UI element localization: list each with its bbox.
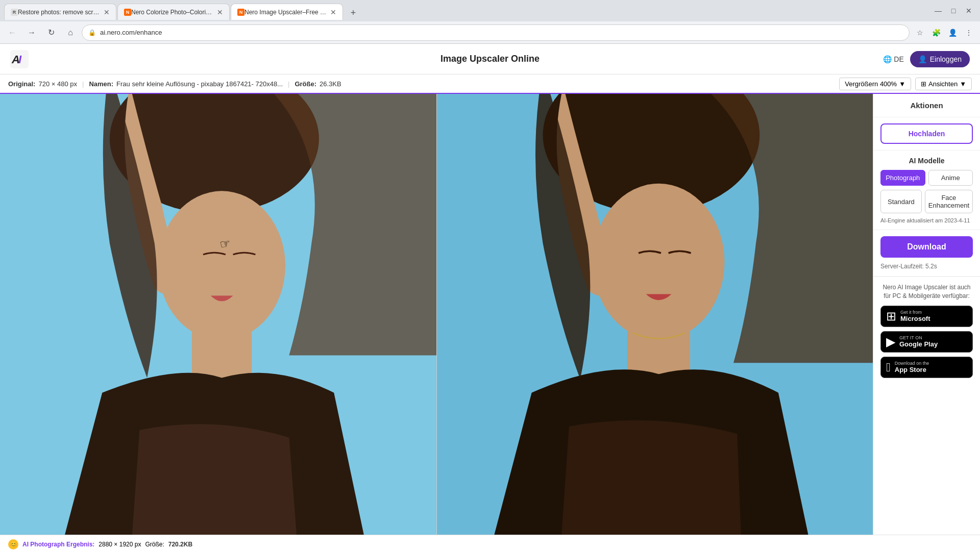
result-dimensions: 2880 × 1920 px [99, 541, 141, 548]
enhanced-image-svg [437, 94, 873, 535]
lock-icon: 🔒 [88, 29, 96, 36]
page-title: Image Upscaler Online [440, 54, 540, 64]
browser-chrome: R Restore photos: remove scratc... ✕ N N… [0, 0, 980, 44]
app-promo-section: Nero AI Image Upscaler ist auch für PC &… [873, 277, 980, 388]
microsoft-store-badge[interactable]: ⊞ Get it from Microsoft [880, 306, 973, 327]
app-header: A I Image Upscaler Online 🌐 DE 👤 Einlogg… [0, 44, 980, 74]
tab-favicon: N [237, 9, 244, 16]
login-button[interactable]: 👤 Einloggen [910, 51, 970, 67]
login-label: Einloggen [930, 55, 962, 63]
new-tab-button[interactable]: + [346, 6, 360, 20]
original-label: Original: [8, 80, 35, 88]
forward-button[interactable]: → [23, 24, 40, 41]
view-chevron-icon: ▼ [960, 80, 966, 88]
zoom-chevron-icon: ▼ [899, 80, 905, 88]
microsoft-badge-bottom: Microsoft [900, 315, 930, 322]
bottom-bar: 😊 AI Photograph Ergebnis: 2880 × 1920 px… [0, 535, 980, 551]
apple-icon:  [886, 360, 891, 374]
nero-ai-logo-icon: A I [10, 50, 29, 68]
tab-bar: R Restore photos: remove scratc... ✕ N N… [0, 0, 980, 21]
minimize-button[interactable]: — [931, 4, 945, 18]
tab-favicon: R [11, 9, 18, 16]
app-store-badge-top: Download on the [895, 361, 929, 366]
app-logo: A I [10, 50, 29, 68]
settings-icon[interactable]: ⋮ [962, 26, 976, 40]
model-buttons-row2: Standard Face Enhancement [880, 190, 973, 213]
sidebar: Aktionen Hochladen AI Modelle Photograph… [873, 94, 980, 535]
tab-nero-colorize[interactable]: N Nero Colorize Photo–Colorize Yo... ✕ [117, 4, 230, 20]
maximize-button[interactable]: □ [946, 4, 961, 18]
tab-close-btn[interactable]: ✕ [217, 8, 223, 16]
tab-favicon: N [124, 9, 131, 16]
home-button[interactable]: ⌂ [62, 24, 79, 41]
address-bar[interactable]: 🔒 ai.nero.com/enhance [82, 24, 910, 41]
google-play-badge-top: GET IT ON [899, 335, 938, 340]
model-face-enhancement-button[interactable]: Face Enhancement [925, 190, 973, 213]
tab-title: Nero Colorize Photo–Colorize Yo... [131, 9, 214, 16]
profile-icon[interactable]: 👤 [945, 26, 960, 40]
close-window-button[interactable]: ✕ [962, 4, 976, 18]
model-photograph-button[interactable]: Photograph [880, 170, 925, 186]
zoom-label: Vergrößern 400% [845, 80, 897, 88]
svg-point-9 [593, 184, 724, 341]
image-area: ☞ [0, 94, 873, 535]
view-grid-icon: ⊞ [921, 80, 926, 88]
upload-button[interactable]: Hochladen [880, 123, 973, 144]
reload-button[interactable]: ↻ [43, 24, 59, 41]
lang-label: DE [894, 55, 903, 63]
language-button[interactable]: 🌐 DE [883, 55, 903, 63]
bookmark-icon[interactable]: ☆ [913, 26, 927, 40]
name-label: Namen: [89, 80, 113, 88]
google-play-badge[interactable]: ▶ GET IT ON Google Play [880, 331, 973, 353]
tab-close-btn[interactable]: ✕ [104, 8, 110, 16]
tab-close-btn[interactable]: ✕ [330, 8, 336, 16]
view-label: Ansichten [928, 80, 958, 88]
sidebar-header: Aktionen [873, 94, 980, 117]
ai-models-section: AI Modelle Photograph Anime Standard Fac… [873, 151, 980, 230]
promo-text: Nero AI Image Upscaler ist auch für PC &… [880, 283, 973, 300]
info-bar: Original: 720 × 480 px | Namen: Frau seh… [0, 74, 980, 94]
server-time: Server-Laufzeit: 5.2s [880, 263, 973, 270]
zoom-button[interactable]: Vergrößern 400% ▼ [839, 78, 911, 90]
back-button[interactable]: ← [4, 24, 20, 41]
globe-icon: 🌐 [883, 55, 892, 63]
header-right: 🌐 DE 👤 Einloggen [883, 51, 970, 67]
svg-text:I: I [18, 53, 22, 66]
app-container: A I Image Upscaler Online 🌐 DE 👤 Einlogg… [0, 44, 980, 551]
google-play-badge-bottom: Google Play [899, 340, 938, 348]
tab-title: Restore photos: remove scratc... [18, 9, 101, 16]
download-button[interactable]: Download [880, 236, 973, 258]
image-comparison-container: ☞ [0, 94, 873, 535]
app-store-badge-bottom: App Store [895, 366, 929, 373]
model-anime-button[interactable]: Anime [928, 170, 973, 186]
view-controls: Vergrößern 400% ▼ ⊞ Ansichten ▼ [839, 78, 972, 90]
app-store-badge[interactable]:  Download on the App Store [880, 357, 973, 378]
tab-title: Nero Image Upscaler–Free Phot... [244, 9, 327, 16]
microsoft-icon: ⊞ [886, 309, 896, 323]
result-size-label: Größe: [145, 541, 164, 548]
tab-restore[interactable]: R Restore photos: remove scratc... ✕ [4, 4, 116, 20]
name-value: Frau sehr kleine Auflösung - pixabay 186… [116, 80, 283, 88]
view-button[interactable]: ⊞ Ansichten ▼ [915, 78, 972, 90]
original-image-panel: ☞ [0, 94, 437, 535]
ai-engine-note: AI-Engine aktualisiert am 2023-4-11 [880, 217, 973, 223]
google-play-icon: ▶ [886, 335, 895, 349]
nav-bar: ← → ↻ ⌂ 🔒 ai.nero.com/enhance ☆ 🧩 👤 ⋮ [0, 21, 980, 44]
microsoft-badge-top: Get it from [900, 310, 930, 315]
address-text: ai.nero.com/enhance [100, 29, 903, 36]
download-section: Download Server-Laufzeit: 5.2s [873, 230, 980, 277]
model-standard-button[interactable]: Standard [880, 190, 922, 213]
model-buttons-row1: Photograph Anime [880, 170, 973, 186]
result-label: AI Photograph Ergebnis: [22, 541, 94, 548]
size-label: Größe: [295, 80, 316, 88]
ai-models-title: AI Modelle [880, 157, 973, 165]
original-image-svg [0, 94, 436, 535]
upload-section: Hochladen [873, 117, 980, 151]
size-value: 26.3KB [320, 80, 341, 88]
original-value: 720 × 480 px [38, 80, 77, 88]
result-emoji: 😊 [8, 539, 18, 549]
tab-nero-upscaler[interactable]: N Nero Image Upscaler–Free Phot... ✕ [231, 4, 343, 20]
extensions-icon[interactable]: 🧩 [929, 26, 943, 40]
enhanced-image-panel [437, 94, 873, 535]
user-icon: 👤 [918, 55, 927, 63]
